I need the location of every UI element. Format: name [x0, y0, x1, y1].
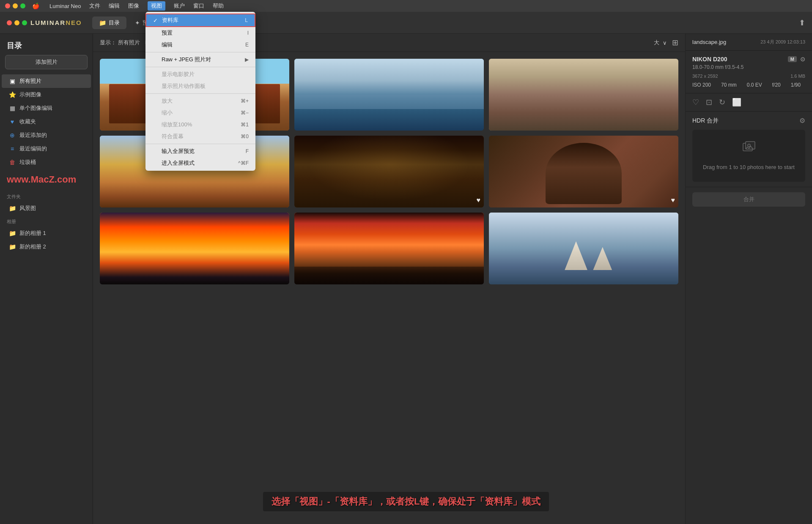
photo-thumb-9[interactable]	[489, 213, 678, 284]
menu-edit[interactable]: 编辑	[109, 2, 120, 10]
arrow-icon: ▶	[245, 57, 249, 63]
dropdown-item-zoom-100: 缩放至100% ⌘1	[145, 119, 255, 131]
photo-thumb-6[interactable]: ♥	[489, 136, 678, 207]
size-selector[interactable]: 大 ∨	[654, 39, 667, 46]
min-btn-2[interactable]	[14, 20, 19, 25]
close-btn-2[interactable]	[7, 20, 12, 25]
folders-section-label: 文件夹	[0, 190, 93, 202]
photo-thumb-5[interactable]: ♥	[294, 136, 484, 207]
max-btn-2[interactable]	[22, 20, 27, 25]
camera-lens: 18.0-70.0 mm f/3.5-4.5	[692, 64, 805, 70]
instruction-text: 选择「视图」-「资料库」，或者按L键，确保处于「资料库」模式	[263, 492, 549, 511]
sidebar-item-album2[interactable]: 📁 新的相册 2	[2, 240, 91, 254]
photo-thumb-2[interactable]	[294, 59, 484, 131]
trash-icon: 🗑	[8, 159, 16, 166]
recently-added-icon: ⊕	[8, 132, 16, 139]
dropdown-item-library[interactable]: ✓ 资料库 L	[145, 14, 255, 27]
dropdown-edit-shortcut: E	[245, 42, 249, 48]
dropdown-item-fullscreen[interactable]: 进入全屏模式 ^⌘F	[145, 157, 255, 169]
file-name: landscape.jpg	[692, 39, 726, 45]
dropdown-presets-label: 预置	[162, 29, 173, 37]
sidebar-item-recently-edited[interactable]: ≡ 最近编辑的	[2, 142, 91, 156]
sidebar-item-trash[interactable]: 🗑 垃圾桶	[2, 156, 91, 169]
file-size: 1.6 MB	[790, 74, 805, 79]
dropdown-item-zoom-100-left: 缩放至100%	[152, 121, 192, 128]
logo-text: LUMINARNEO	[30, 19, 82, 26]
rotate-action-button[interactable]: ↻	[719, 98, 725, 107]
menu-window[interactable]: 窗口	[193, 2, 204, 10]
sidebar: 目录 添加照片 ▣ 所有照片 ⭐ 示例图像 ▦ 单个图像编辑 ♥ 收藏夹 ⊕ 最…	[0, 34, 93, 524]
dropdown-item-raw-jpeg[interactable]: Raw + JPEG 照片对 ▶	[145, 54, 255, 66]
dropdown-item-zoom-out: 缩小 ⌘−	[145, 107, 255, 119]
share-button[interactable]: ⬆	[799, 18, 805, 27]
menu-view[interactable]: 视图	[148, 1, 165, 11]
traffic-lights	[5, 3, 25, 8]
hdr-settings-icon[interactable]: ⚙	[799, 117, 805, 125]
sidebar-item-favorites[interactable]: ♥ 收藏夹	[2, 115, 91, 128]
filter-value[interactable]: 所有照片	[118, 39, 140, 46]
dropdown-fullscreen-shortcut: ^⌘F	[238, 160, 249, 166]
close-button[interactable]	[5, 3, 10, 8]
fullscreen-button[interactable]	[20, 3, 25, 8]
dropdown-item-fit-screen-left: 符合蛋幕	[152, 133, 184, 140]
dropdown-item-enter-preview-left: 输入全屏预览	[152, 147, 195, 155]
hdr-header: HDR 合并 ⚙	[692, 117, 805, 125]
menu-app-name[interactable]: Luminar Neo	[49, 3, 81, 9]
add-photo-button[interactable]: 添加照片	[5, 55, 88, 69]
dropdown-item-actions-panel-left: 显示照片动作面板	[152, 82, 206, 90]
dropdown-zoom-out-label: 缩小	[162, 109, 173, 117]
sidebar-item-all-photos[interactable]: ▣ 所有照片	[2, 74, 91, 88]
heart-icon-6[interactable]: ♥	[671, 196, 675, 204]
dropdown-item-edit-left: 编辑	[152, 41, 173, 49]
file-info-header: landscape.jpg 23 4月 2009 12:03:13	[686, 34, 812, 51]
sidebar-item-samples[interactable]: ⭐ 示例图像	[2, 88, 91, 101]
camera-badge: M	[788, 56, 797, 62]
menu-help[interactable]: 帮助	[213, 2, 224, 10]
photo-thumb-7[interactable]	[100, 213, 289, 284]
minimize-button[interactable]	[13, 3, 18, 8]
tab-catalog[interactable]: 📁 目录	[92, 16, 126, 29]
hdr-drop-zone[interactable]: Drag from 1 to 10 photos here to start	[692, 130, 805, 182]
dropdown-enter-preview-label: 输入全屏预览	[162, 147, 195, 155]
sidebar-item-landscapes[interactable]: 📁 风景图	[2, 202, 91, 215]
sidebar-title: 目录	[0, 39, 93, 55]
sidebar-item-single-edit[interactable]: ▦ 单个图像编辑	[2, 101, 91, 115]
crop-action-button[interactable]: ⊡	[706, 98, 712, 107]
hdr-title: HDR 合并	[692, 117, 719, 125]
apple-menu[interactable]: 🍎	[32, 3, 39, 9]
single-edit-icon: ▦	[8, 105, 16, 112]
heart-action-button[interactable]: ♡	[692, 98, 699, 107]
menu-account[interactable]: 账户	[174, 2, 185, 10]
size-label: 大	[654, 39, 659, 46]
photo-thumb-8[interactable]	[294, 213, 484, 284]
dropdown-item-fit-screen: 符合蛋幕 ⌘0	[145, 131, 255, 142]
dropdown-item-library-left: ✓ 资料库	[153, 16, 178, 24]
titlebar: 🍎 Luminar Neo 文件 编辑 图像 视图 账户 窗口 帮助	[0, 0, 812, 12]
grid-view-icon[interactable]: ⊞	[672, 38, 678, 47]
sidebar-item-recently-added[interactable]: ⊕ 最近添加的	[2, 128, 91, 142]
app-toolbar: LUMINARNEO 📁 目录 ✦ 预置 ≡ 编辑 ⬆	[0, 12, 812, 34]
dropdown-raw-jpeg-label: Raw + JPEG 照片对	[162, 56, 211, 63]
menu-image[interactable]: 图像	[128, 2, 139, 10]
dropdown-item-edit[interactable]: 编辑 E	[145, 39, 255, 51]
presets-icon: ✦	[135, 19, 140, 26]
photo-thumb-3[interactable]	[489, 59, 678, 131]
dropdown-item-presets[interactable]: 预置 I	[145, 27, 255, 39]
heart-icon-5[interactable]: ♥	[477, 196, 481, 204]
toolbar-traffic-lights	[7, 20, 27, 25]
dropdown-enter-preview-shortcut: F	[246, 148, 249, 154]
sidebar-item-album1[interactable]: 📁 新的相册 1	[2, 227, 91, 240]
camera-settings-icon[interactable]: ⊙	[800, 56, 805, 63]
separator-2	[145, 67, 255, 67]
bottom-instruction: 选择「视图」-「资料库」，或者按L键，确保处于「资料库」模式	[0, 492, 812, 511]
titlebar-menu: Luminar Neo 文件 编辑 图像 视图 账户 窗口 帮助	[49, 1, 224, 11]
app-logo: LUMINARNEO	[7, 19, 82, 26]
folder-icon: 📁	[8, 205, 16, 212]
filter-label: 显示：	[100, 39, 116, 46]
separator-1	[145, 52, 255, 52]
flag-action-button[interactable]: ⬜	[732, 98, 741, 107]
menu-file[interactable]: 文件	[89, 2, 100, 10]
hdr-merge-button[interactable]: 合并	[692, 192, 805, 207]
dropdown-item-enter-preview[interactable]: 输入全屏预览 F	[145, 145, 255, 157]
camera-model-row: NIKON D200 M ⊙	[692, 56, 805, 63]
